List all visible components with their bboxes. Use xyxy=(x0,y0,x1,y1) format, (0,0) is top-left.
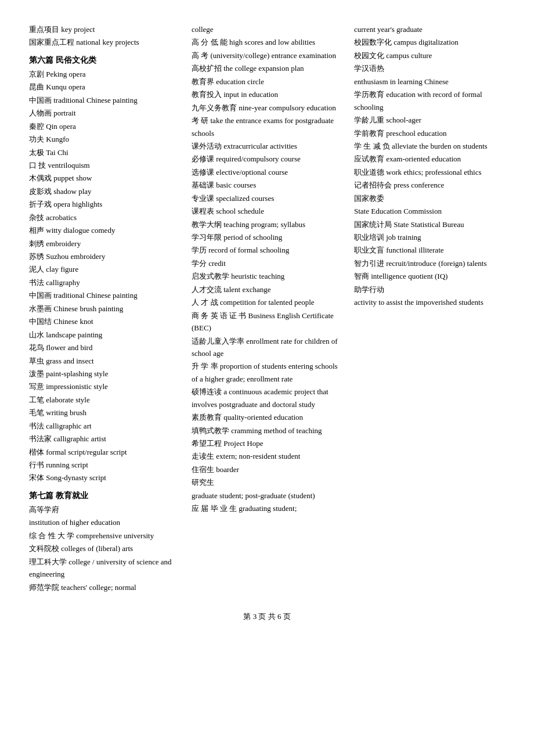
list-item: 中国画 traditional Chinese painting xyxy=(29,289,180,301)
list-item: 师范学院 teachers' college; normal xyxy=(29,581,180,593)
list-item: 专业课 specialized courses xyxy=(192,192,342,204)
list-item: 苏绣 Suzhou embroidery xyxy=(29,250,180,262)
list-item: 写意 impressionistic style xyxy=(29,380,180,393)
list-item: 启发式教学 heuristic teaching xyxy=(192,270,342,282)
list-item: 太极 Tai Chi xyxy=(29,146,180,159)
list-item: institution of higher education xyxy=(29,516,180,528)
list-item: 文科院校 colleges of (liberal) arts xyxy=(29,542,180,555)
list-item: 秦腔 Qin opera xyxy=(29,120,180,132)
list-item: 高等学府 xyxy=(29,503,180,516)
page-footer: 第 3 页 共 6 页 xyxy=(29,611,505,622)
section-header: 第七篇 教育就业 xyxy=(29,491,180,501)
list-item: college xyxy=(192,23,342,35)
list-item: 学汉语热 xyxy=(354,62,505,74)
list-item: 宋体 Song-dynasty script xyxy=(29,471,180,484)
list-item: 职业培训 job training xyxy=(354,231,505,243)
list-item: 九年义务教育 nine-year compulsory education xyxy=(192,102,342,114)
section-header: 第六篇 民俗文化类 xyxy=(29,55,180,66)
list-item: 泼墨 paint-splashing style xyxy=(29,368,180,380)
list-item: 高校扩招 the college expansion plan xyxy=(192,62,342,74)
column-3: current year's graduate校园数字化 campus digi… xyxy=(354,23,505,594)
list-item: 人物画 portrait xyxy=(29,107,180,119)
list-item: 人 才 战 competition for talented people xyxy=(192,296,342,308)
list-item: 适龄儿童入学率 enrollment rate for children of … xyxy=(192,335,342,360)
list-item: 选修课 elective/optional course xyxy=(192,166,342,178)
list-item: 草虫 grass and insect xyxy=(29,355,180,367)
list-item: 校园数字化 campus digitalization xyxy=(354,36,505,48)
list-item: 教育投入 input in education xyxy=(192,88,342,100)
list-item: 考 研 take the entrance exams for postgrad… xyxy=(192,114,342,139)
list-item: 课程表 school schedule xyxy=(192,205,342,217)
list-item: 人才交流 talent exchange xyxy=(192,283,342,296)
list-item: 职业道德 work ethics; professional ethics xyxy=(354,166,505,178)
list-item: 智商 intelligence quotient (IQ) xyxy=(354,270,505,282)
list-item: 国家统计局 State Statistical Bureau xyxy=(354,218,505,231)
list-item: 中国画 traditional Chinese painting xyxy=(29,94,180,106)
list-item: 校园文化 campus culture xyxy=(354,49,505,62)
list-item: 书法 calligraphy xyxy=(29,276,180,289)
list-item: 山水 landscape painting xyxy=(29,329,180,341)
list-item: enthusiasm in learning Chinese xyxy=(354,75,505,88)
page-container: 重点项目 key project国家重点工程 national key proj… xyxy=(29,23,505,622)
list-item: 学 生 减 负 alleviate the burden on students xyxy=(354,140,505,152)
list-item: 高 考 (university/college) entrance examin… xyxy=(192,49,342,62)
list-item: current year's graduate xyxy=(354,23,505,35)
list-item: 工笔 elaborate style xyxy=(29,394,180,406)
list-item: 功夫 Kungfo xyxy=(29,133,180,145)
list-item: 国家重点工程 national key projects xyxy=(29,36,180,48)
list-item: 水墨画 Chinese brush painting xyxy=(29,303,180,315)
list-item: 楷体 formal script/regular script xyxy=(29,446,180,458)
list-item: 学历 record of formal schooling xyxy=(192,244,342,256)
list-item: 京剧 Peking opera xyxy=(29,68,180,80)
list-item: 应 届 毕 业 生 graduating student; xyxy=(192,502,342,514)
list-item: 走读生 extern; non-resident student xyxy=(192,450,342,462)
list-item: 智力引进 recruit/introduce (foreign) talents xyxy=(354,257,505,269)
list-item: 研究生 xyxy=(192,476,342,488)
list-item: 杂技 acrobatics xyxy=(29,211,180,224)
list-item: State Education Commission xyxy=(354,205,505,217)
list-item: 综 合 性 大 学 comprehensive university xyxy=(29,530,180,542)
list-item: 基础课 basic courses xyxy=(192,179,342,191)
list-item: 学历教育 education with record of formal sch… xyxy=(354,88,505,113)
list-item: 高 分 低 能 high scores and low abilities xyxy=(192,36,342,48)
list-item: 升 学 率 proportion of students entering sc… xyxy=(192,360,342,385)
column-2: college高 分 低 能 high scores and low abili… xyxy=(192,23,342,594)
list-item: 素质教育 quality-oriented education xyxy=(192,411,342,423)
list-item: 折子戏 opera highlights xyxy=(29,198,180,210)
list-item: 希望工程 Project Hope xyxy=(192,437,342,449)
list-item: 皮影戏 shadow play xyxy=(29,185,180,197)
list-item: 昆曲 Kunqu opera xyxy=(29,81,180,93)
list-item: 职业文盲 functional illiterate xyxy=(354,244,505,256)
list-item: 书法 calligraphic art xyxy=(29,420,180,432)
list-item: 泥人 clay figure xyxy=(29,263,180,275)
list-item: 口 技 ventriloquism xyxy=(29,159,180,171)
list-item: 填鸭式教学 cramming method of teaching xyxy=(192,424,342,437)
list-item: 教学大纲 teaching program; syllabus xyxy=(192,218,342,231)
list-item: 理工科大学 college / university of science an… xyxy=(29,556,180,581)
list-item: 课外活动 extracurricular activities xyxy=(192,140,342,152)
list-item: 商 务 英 语 证 书 Business English Certificate… xyxy=(192,309,342,334)
list-item: 住宿生 boarder xyxy=(192,463,342,476)
list-item: 学前教育 preschool education xyxy=(354,127,505,139)
list-item: 学龄儿重 school-ager xyxy=(354,114,505,126)
list-item: 学分 credit xyxy=(192,257,342,269)
list-item: 教育界 education circle xyxy=(192,75,342,88)
list-item: 木偶戏 puppet show xyxy=(29,172,180,184)
list-item: graduate student; post-graduate (student… xyxy=(192,489,342,502)
list-item: 必修课 required/compulsory course xyxy=(192,153,342,165)
list-item: 相声 witty dialogue comedy xyxy=(29,224,180,236)
list-item: 记者招待会 press conference xyxy=(354,179,505,191)
list-item: 中国结 Chinese knot xyxy=(29,315,180,327)
list-item: 书法家 calligraphic artist xyxy=(29,433,180,445)
list-item: 国家教委 xyxy=(354,192,505,204)
list-item: 硕博连读 a continuous academic project that … xyxy=(192,386,342,411)
list-item: 学习年限 period of schooling xyxy=(192,231,342,243)
list-item: 刺绣 embroidery xyxy=(29,237,180,250)
list-item: 毛笔 writing brush xyxy=(29,406,180,419)
list-item: 重点项目 key project xyxy=(29,23,180,35)
list-item: 行书 running script xyxy=(29,459,180,471)
list-item: 应试教育 exam-oriented education xyxy=(354,153,505,165)
list-item: activity to assist the impoverished stud… xyxy=(354,296,505,308)
list-item: 助学行动 xyxy=(354,283,505,296)
column-1: 重点项目 key project国家重点工程 national key proj… xyxy=(29,23,180,594)
